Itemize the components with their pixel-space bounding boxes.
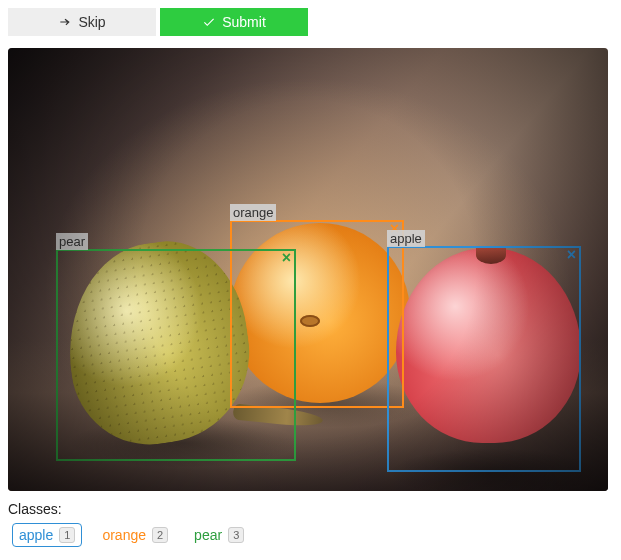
class-pill-apple[interactable]: apple 1 [12, 523, 82, 547]
submit-button-label: Submit [222, 14, 266, 30]
skip-button[interactable]: Skip [8, 8, 156, 36]
bbox-apple[interactable]: apple × [387, 246, 581, 472]
class-pills: apple 1 orange 2 pear 3 [8, 523, 613, 547]
bbox-label: apple [387, 230, 425, 247]
class-pill-key: 3 [228, 527, 244, 543]
close-icon[interactable]: × [279, 249, 294, 267]
arrow-right-icon [58, 15, 72, 29]
class-pill-orange[interactable]: orange 2 [96, 524, 174, 546]
check-icon [202, 15, 216, 29]
class-pill-label: orange [102, 527, 146, 543]
class-pill-label: pear [194, 527, 222, 543]
class-pill-pear[interactable]: pear 3 [188, 524, 250, 546]
bbox-label: pear [56, 233, 88, 250]
submit-button[interactable]: Submit [160, 8, 308, 36]
bbox-label: orange [230, 204, 276, 221]
class-pill-key: 1 [59, 527, 75, 543]
bbox-pear[interactable]: pear × [56, 249, 296, 461]
annotation-canvas[interactable]: orange × pear × apple × [8, 48, 608, 491]
class-pill-key: 2 [152, 527, 168, 543]
toolbar: Skip Submit [8, 8, 613, 36]
class-pill-label: apple [19, 527, 53, 543]
classes-heading: Classes: [8, 501, 613, 517]
close-icon[interactable]: × [564, 246, 579, 264]
skip-button-label: Skip [78, 14, 105, 30]
